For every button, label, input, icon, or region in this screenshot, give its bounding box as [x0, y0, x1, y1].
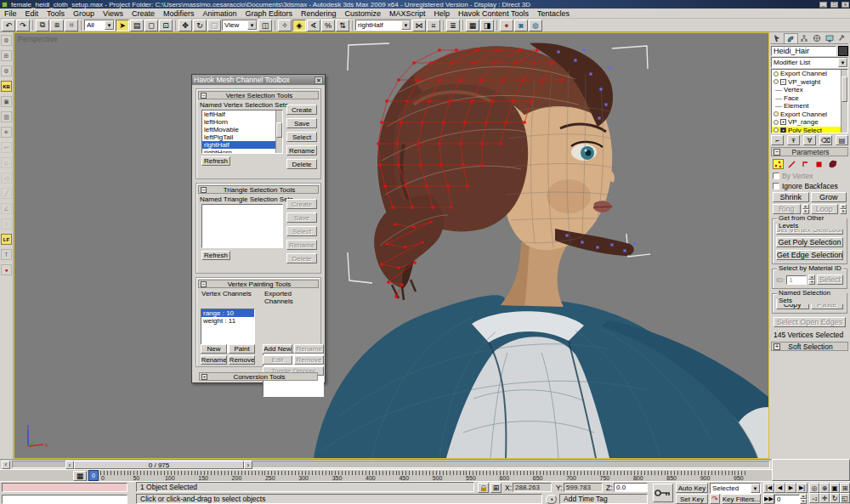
- select-and-link-icon[interactable]: ⧉: [36, 20, 49, 31]
- paint-button[interactable]: Paint: [229, 344, 255, 354]
- rename-button[interactable]: Rename: [294, 344, 324, 354]
- perspective-viewport[interactable]: Perspective z x: [14, 32, 769, 459]
- named-selection-sets-dropdown[interactable]: rightHalf▼: [355, 20, 411, 31]
- expand-icon[interactable]: +: [780, 119, 786, 125]
- refresh-button[interactable]: Refresh: [201, 156, 230, 166]
- modifier-stack[interactable]: Export Channel −VP_weight —Vertex —Face …: [771, 69, 848, 133]
- layer-manager-icon[interactable]: ≣: [446, 20, 460, 31]
- havok-preview-icon[interactable]: ⊞: [1, 50, 12, 61]
- go-to-start-icon[interactable]: |◀: [763, 483, 774, 493]
- vertex-section-header[interactable]: − Vertex Selection Tools: [198, 91, 319, 99]
- soft-selection-rollout-header[interactable]: + Soft Selection: [771, 342, 848, 351]
- absolute-offset-toggle-icon[interactable]: ⊞: [490, 483, 502, 493]
- havok-mesh-channel-toolbox-dialog[interactable]: Havok Mesh Channel Toolbox ✕ − Vertex Se…: [191, 74, 326, 383]
- select-by-id-button[interactable]: Select: [817, 275, 843, 285]
- communicate-icon[interactable]: ◔: [546, 495, 557, 504]
- havok-cloth-setup-icon[interactable]: ▥: [1, 111, 12, 122]
- menu-maxscript[interactable]: MAXScript: [385, 9, 430, 18]
- select-button[interactable]: Select: [286, 132, 317, 142]
- create-button[interactable]: Create: [286, 105, 317, 115]
- ignore-backfaces-checkbox[interactable]: Ignore Backfaces: [773, 182, 847, 190]
- next-frame-icon[interactable]: ›: [244, 461, 252, 469]
- zoom-all-icon[interactable]: ⊕: [819, 483, 830, 493]
- menu-tentacles[interactable]: Tentacles: [533, 9, 574, 18]
- collapse-icon[interactable]: −: [201, 93, 207, 99]
- stack-row[interactable]: Export Channel: [772, 70, 847, 78]
- list-scrollbar[interactable]: [275, 110, 282, 153]
- bind-to-spacewarp-icon[interactable]: ⌗: [65, 20, 78, 31]
- set-key-button[interactable]: Set Key: [676, 494, 708, 504]
- grow-button[interactable]: Grow: [811, 192, 847, 202]
- list-item[interactable]: leftMovable: [202, 126, 282, 133]
- list-item-selected[interactable]: range : 10: [201, 309, 254, 317]
- stack-subrow[interactable]: —Element: [772, 102, 847, 110]
- polygon-level-icon[interactable]: [813, 159, 824, 169]
- stack-row-selected[interactable]: +Poly Select: [772, 127, 847, 134]
- get-poly-selection-button[interactable]: Get Poly Selection: [776, 237, 843, 247]
- rectangular-selection-region-icon[interactable]: ◻: [144, 20, 158, 31]
- menu-help[interactable]: Help: [430, 9, 455, 18]
- triangle-section-header[interactable]: − Triangle Selection Tools: [198, 185, 319, 194]
- tab-hierarchy[interactable]: [798, 33, 811, 43]
- current-frame-field[interactable]: 0: [774, 495, 800, 504]
- menu-customize[interactable]: Customize: [341, 9, 386, 18]
- maximize-button[interactable]: □: [830, 2, 838, 8]
- auto-key-button[interactable]: Auto Key: [676, 483, 708, 493]
- loop-spinner[interactable]: ▲▼: [840, 204, 847, 214]
- key-filters-button[interactable]: Key Filters...: [722, 494, 761, 504]
- zoom-extents-icon[interactable]: ▣: [830, 483, 840, 493]
- zoom-icon[interactable]: ◎: [809, 483, 819, 493]
- tab-utilities[interactable]: [836, 33, 848, 43]
- save-button[interactable]: Save: [286, 212, 317, 223]
- havok-circle-tool-icon[interactable]: ○: [1, 218, 12, 229]
- havok-sphere-tool-icon[interactable]: ●: [1, 264, 12, 275]
- stack-subrow[interactable]: —Vertex: [772, 86, 847, 94]
- unlink-selection-icon[interactable]: ⧈: [50, 20, 64, 31]
- undo-icon[interactable]: ↶: [2, 20, 15, 31]
- get-edge-selection-button[interactable]: Get Edge Selection: [776, 250, 843, 260]
- maximize-viewport-icon[interactable]: ◱: [840, 493, 850, 503]
- ring-spinner[interactable]: ▲▼: [802, 204, 809, 214]
- object-name-field[interactable]: Heidi_Hair: [771, 46, 836, 56]
- visibility-bulb-icon[interactable]: [774, 71, 779, 76]
- delete-button[interactable]: Delete: [286, 253, 317, 263]
- align-icon[interactable]: ≡: [427, 20, 440, 31]
- menu-modifiers[interactable]: Modifiers: [159, 9, 199, 18]
- stack-row[interactable]: −VP_weight: [772, 78, 847, 87]
- collapse-icon[interactable]: −: [201, 281, 207, 287]
- havok-kb-tool-icon[interactable]: KB: [1, 81, 12, 92]
- remove-button[interactable]: Remove: [229, 355, 255, 365]
- redo-icon[interactable]: ↷: [16, 20, 30, 31]
- select-and-move-icon[interactable]: ✥: [178, 20, 192, 31]
- remove-button[interactable]: Remove: [294, 355, 324, 365]
- havok-constraint-icon[interactable]: ◁: [1, 173, 12, 184]
- default-in-out-tangent-icon[interactable]: ↷: [710, 494, 720, 504]
- selection-filter-dropdown[interactable]: All▼: [84, 20, 115, 31]
- pin-stack-icon[interactable]: ⌐: [771, 135, 784, 145]
- snaps-toggle-icon[interactable]: ◈: [292, 20, 306, 31]
- menu-havok-content-tools[interactable]: Havok Content Tools: [454, 9, 533, 18]
- named-vertex-sets-list[interactable]: leftHalf leftHorn leftMovable leftPigTai…: [201, 110, 283, 154]
- refresh-button[interactable]: Refresh: [201, 251, 230, 260]
- list-item[interactable]: rightHorn: [202, 149, 282, 154]
- stack-row[interactable]: +VP_range: [772, 118, 847, 127]
- current-frame-marker[interactable]: 0: [88, 470, 99, 481]
- time-slider-track[interactable]: ‹ 0 / 975 ›: [12, 461, 770, 468]
- material-editor-icon[interactable]: ●: [500, 20, 513, 31]
- selection-lock-icon[interactable]: [478, 483, 489, 493]
- menu-views[interactable]: Views: [99, 9, 128, 18]
- havok-arrow-tool-icon[interactable]: ↩: [1, 142, 12, 153]
- menu-create[interactable]: Create: [128, 9, 159, 18]
- rename-button[interactable]: Rename: [201, 355, 227, 365]
- havok-text-tool-icon[interactable]: T: [1, 249, 12, 260]
- conversion-tools-header[interactable]: + Conversion Tools: [199, 372, 318, 381]
- slider-left-end-icon[interactable]: ‹: [2, 461, 10, 469]
- show-end-result-icon[interactable]: Ŧ: [787, 135, 800, 145]
- x-coordinate-field[interactable]: 288.263: [513, 483, 552, 492]
- percent-snap-icon[interactable]: %: [321, 20, 335, 31]
- next-frame-icon[interactable]: ▶|: [796, 483, 808, 493]
- dialog-close-icon[interactable]: ✕: [314, 76, 323, 84]
- pan-icon[interactable]: ✛: [819, 493, 830, 503]
- go-to-end-icon[interactable]: ▶▶: [763, 494, 774, 504]
- spinner-snap-icon[interactable]: ⇅: [336, 20, 349, 31]
